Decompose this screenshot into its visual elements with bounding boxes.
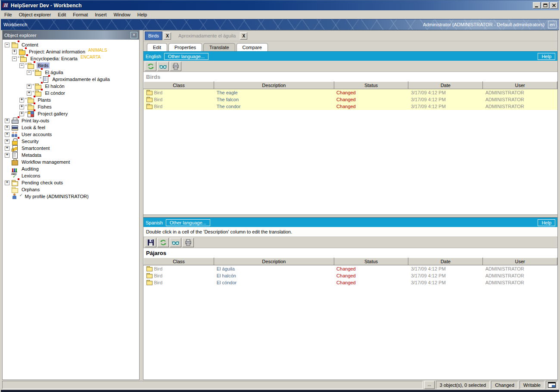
expand-icon[interactable]: +: [19, 105, 24, 109]
expand-icon[interactable]: +: [5, 118, 9, 123]
tab-translate[interactable]: Translate: [203, 43, 235, 51]
cell-description[interactable]: The falcon: [214, 96, 334, 103]
tree-item-project-gallery[interactable]: +«Project gallery: [3, 110, 139, 117]
menu-item-format[interactable]: Format: [69, 11, 91, 19]
collapse-icon[interactable]: −: [5, 43, 9, 47]
refresh-button[interactable]: [157, 238, 169, 247]
panel-splitter[interactable]: [140, 30, 143, 380]
expand-icon[interactable]: +: [5, 180, 9, 185]
expand-icon[interactable]: +: [5, 132, 9, 137]
tab-compare[interactable]: Compare: [236, 43, 268, 51]
tab-properties[interactable]: Properties: [168, 43, 202, 51]
tree-item-look-feel[interactable]: +Look & feel: [3, 124, 139, 131]
cell-description[interactable]: The eagle: [214, 89, 334, 96]
tree-item-fishes[interactable]: +«Fishes: [3, 103, 139, 110]
layout-icon[interactable]: [546, 381, 558, 389]
table-row[interactable]: BirdThe falconChanged3/17/09 4:12 PMADMI…: [144, 96, 557, 103]
english-help-button[interactable]: Help: [538, 53, 555, 60]
menu-item-help[interactable]: Help: [134, 11, 151, 19]
table-row[interactable]: BirdEl águilaChanged3/17/09 4:12 PMADMIN…: [144, 265, 557, 272]
tab-edit[interactable]: Edit: [147, 43, 167, 51]
save-button[interactable]: [145, 238, 156, 247]
cell-description[interactable]: El águila: [214, 265, 334, 272]
refresh-button[interactable]: [145, 62, 156, 71]
spanish-other-language-button[interactable]: Other language...: [166, 219, 210, 226]
cell-class[interactable]: Bird: [144, 89, 214, 96]
column-header-class[interactable]: Class: [144, 82, 214, 89]
menu-item-window[interactable]: Window: [110, 11, 134, 19]
menu-item-insert[interactable]: Insert: [91, 11, 110, 19]
menu-item-object-explorer[interactable]: Object explorer: [16, 11, 55, 19]
menu-item-edit[interactable]: Edit: [54, 11, 69, 19]
cell-user[interactable]: ADMINISTRATOR: [483, 96, 557, 103]
expand-icon[interactable]: +: [27, 84, 31, 89]
cell-status[interactable]: Changed: [334, 96, 408, 103]
tree-item-user-accounts[interactable]: +User accounts: [3, 131, 139, 138]
column-header-class[interactable]: Class: [144, 258, 214, 265]
tree-item-smartcontent[interactable]: +Smartcontent: [3, 145, 139, 152]
cell-date[interactable]: 3/17/09 4:12 PM: [408, 279, 483, 286]
collapse-icon[interactable]: −: [19, 63, 24, 68]
document-tab-aproximadamente-el-guila[interactable]: Aproximadamente el águilaX: [175, 32, 247, 40]
english-other-language-button[interactable]: Other language...: [164, 53, 208, 60]
expand-icon[interactable]: +: [5, 146, 9, 151]
tree-item-print-lay-outs[interactable]: +Print lay-outs: [3, 117, 139, 124]
tree-item-pending-check-outs[interactable]: +Pending check outs: [3, 179, 139, 186]
tree-item-lexicons[interactable]: Lexicons: [3, 172, 139, 179]
column-header-user[interactable]: User: [483, 258, 557, 265]
cell-status[interactable]: Changed: [334, 89, 408, 96]
table-row[interactable]: BirdEl halcónChanged3/17/09 4:12 PMADMIN…: [144, 272, 557, 279]
menu-item-file[interactable]: File: [1, 11, 16, 19]
cell-class[interactable]: Bird: [144, 96, 214, 103]
tree-item-security[interactable]: +Security: [3, 138, 139, 145]
print-button[interactable]: [182, 238, 194, 247]
tree-item-metadata[interactable]: +Metadata: [3, 152, 139, 159]
cell-status[interactable]: Changed: [334, 279, 408, 286]
language-badge[interactable]: en: [548, 21, 557, 28]
print-button[interactable]: [170, 62, 181, 71]
expand-icon[interactable]: +: [5, 139, 9, 144]
tree-item-my-profile-administrator-[interactable]: ✓My profile (ADMINISTRATOR): [3, 193, 139, 200]
tree-item-content[interactable]: −Content: [3, 41, 139, 48]
column-header-description[interactable]: Description: [214, 82, 334, 89]
expand-icon[interactable]: +: [19, 112, 24, 116]
expand-icon[interactable]: +: [5, 153, 9, 158]
expand-icon[interactable]: +: [27, 91, 31, 96]
view-button[interactable]: [170, 238, 181, 247]
cell-date[interactable]: 3/17/09 4:12 PM: [408, 96, 483, 103]
column-header-status[interactable]: Status: [334, 82, 408, 89]
cell-class[interactable]: Bird: [144, 103, 214, 110]
column-header-description[interactable]: Description: [214, 258, 334, 265]
collapse-icon[interactable]: −: [27, 70, 31, 75]
column-header-status[interactable]: Status: [334, 258, 408, 265]
table-row[interactable]: BirdThe condorChanged3/17/09 4:12 PMADMI…: [144, 103, 557, 110]
document-tab-birds[interactable]: BirdsX: [145, 31, 171, 40]
tree-item-el-halc-n[interactable]: +«El halcón: [3, 83, 139, 90]
spanish-help-button[interactable]: Help: [538, 219, 555, 226]
tree-item-project-animal-information[interactable]: +Project: Animal informationANIMALS: [3, 48, 139, 55]
tree-item-birds[interactable]: −«Birds: [3, 62, 139, 69]
column-header-date[interactable]: Date: [408, 258, 483, 265]
cell-status[interactable]: Changed: [334, 265, 408, 272]
cell-status[interactable]: Changed: [334, 103, 408, 110]
cell-class[interactable]: Bird: [144, 265, 214, 272]
cell-user[interactable]: ADMINISTRATOR: [483, 89, 557, 96]
cell-class[interactable]: Bird: [144, 279, 214, 286]
minimize-button[interactable]: [533, 2, 541, 9]
cell-user[interactable]: ADMINISTRATOR: [483, 265, 557, 272]
tree-item-plants[interactable]: +«Plants: [3, 96, 139, 103]
close-tab-icon[interactable]: X: [240, 32, 247, 40]
expand-icon[interactable]: +: [5, 125, 9, 130]
cell-description[interactable]: El halcón: [214, 272, 334, 279]
cell-user[interactable]: ADMINISTRATOR: [483, 272, 557, 279]
table-row[interactable]: BirdEl cóndorChanged3/17/09 4:12 PMADMIN…: [144, 279, 557, 286]
close-icon[interactable]: ×: [131, 32, 137, 38]
tree-item-encyclopedia-encarta[interactable]: −«Encyclopedia: EncartaENCARTA: [3, 55, 139, 62]
tree-item-workflow-management[interactable]: Workflow management: [3, 159, 139, 165]
cell-class[interactable]: Bird: [144, 272, 214, 279]
tree-item-auditing[interactable]: Auditing: [3, 165, 139, 172]
cell-date[interactable]: 3/17/09 4:12 PM: [408, 265, 483, 272]
cell-date[interactable]: 3/17/09 4:12 PM: [408, 272, 483, 279]
tree-item-orphans[interactable]: Orphans: [3, 186, 139, 193]
cell-date[interactable]: 3/17/09 4:12 PM: [408, 103, 483, 110]
